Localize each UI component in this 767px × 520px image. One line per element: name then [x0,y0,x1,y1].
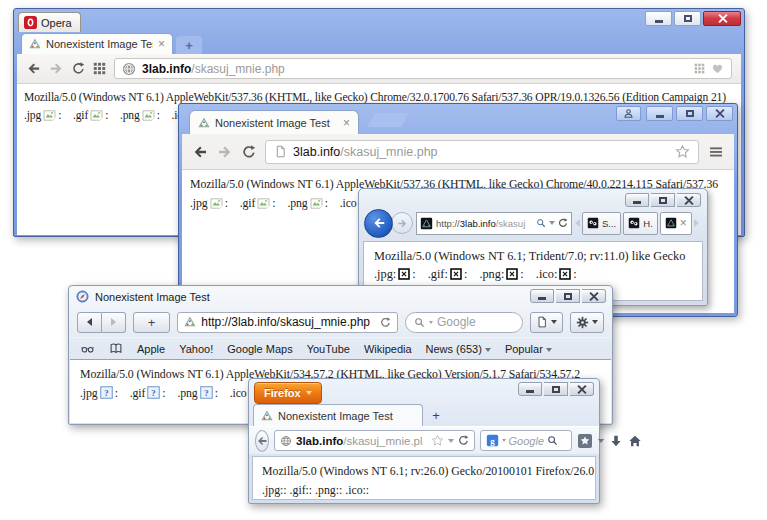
search-icon[interactable] [536,218,546,228]
tab-title: H. [643,218,653,229]
background-tab-1[interactable]: S... [582,212,621,235]
downloads-button[interactable] [609,434,623,448]
bookmark-star-icon[interactable] [675,144,690,159]
address-dropdown-caret-icon[interactable] [549,221,555,225]
bookmark-popular-folder[interactable]: Popular [505,343,552,355]
close-button[interactable] [677,193,701,207]
new-tab-button[interactable]: + [423,406,449,426]
reading-list-glasses-icon[interactable] [80,342,95,355]
home-button[interactable] [628,434,642,448]
firefox-toolbar: 3lab.info/skasuj_mnie.pl Google [249,426,599,454]
search-engine-caret-icon[interactable] [502,439,506,442]
forward-button[interactable] [391,212,413,234]
minimize-button[interactable] [530,289,554,303]
forward-button[interactable] [49,61,64,76]
back-button[interactable] [77,312,102,333]
refresh-icon[interactable] [558,218,568,228]
reload-button[interactable] [72,62,85,75]
opera-menu-button[interactable]: Opera [18,12,81,32]
maximize-button[interactable] [544,382,568,396]
maximize-button[interactable] [556,289,580,303]
safari-compass-icon [76,290,89,303]
new-tab-button[interactable] [367,113,408,127]
extensions-grid-icon[interactable] [694,63,705,74]
address-bar[interactable]: 3lab.info/skasuj_mnie.pl [274,430,475,451]
address-bar[interactable]: 3lab.info/skasuj_mnie.php [265,140,699,164]
settings-button[interactable] [570,312,604,333]
tab-title: S... [602,218,616,229]
firefox-tabstrip: Nonexistent Image Test + [249,403,599,426]
caret-down-icon [306,391,312,395]
firefox-page-content: Mozilla/5.0 (Windows NT 6.1; rv:26.0) Ge… [252,456,596,500]
tab-nonexistent-image-test[interactable]: Nonexistent Image Test × [189,110,359,134]
menu-button[interactable] [708,144,724,160]
tab-close-button[interactable]: × [158,38,165,50]
bookmark-wikipedia[interactable]: Wikipedia [364,343,412,355]
address-bar[interactable]: 3lab.info/skasuj_mnie.php [114,58,732,79]
back-button[interactable] [364,209,393,238]
forward-button[interactable] [217,144,233,160]
reload-icon[interactable] [380,317,391,328]
address-bar[interactable]: http://3lab.info/skasuj [416,212,572,235]
tab-scroll-left-icon[interactable] [575,219,580,227]
bookmark-apple[interactable]: Apple [137,343,165,355]
close-button[interactable] [706,106,733,121]
bookmark-yahoo[interactable]: Yahoo! [179,343,213,355]
history-dropdown-caret-icon[interactable] [448,439,454,443]
tab-close-button[interactable]: × [680,217,687,229]
broken-image-icon [200,386,213,399]
profile-button[interactable] [616,106,641,121]
minimize-button[interactable] [646,106,673,121]
bookmark-youtube[interactable]: YouTube [307,343,350,355]
firefox-menu-button[interactable]: Firefox [254,382,322,404]
new-tab-button[interactable]: + [176,36,202,54]
tab-title: Nonexistent Image Test [278,410,415,422]
search-field[interactable]: Google [480,430,572,451]
tab-nonexistent-image-test[interactable]: Nonexistent Image Test × [21,33,173,54]
close-button[interactable] [582,289,606,303]
speed-dial-button[interactable] [93,62,106,75]
bookmarks-caret-icon[interactable] [598,439,604,443]
address-bar[interactable]: http://3lab.info/skasuj_mnie.php [177,312,398,333]
tab-favicon-icon [628,217,640,229]
close-button[interactable] [570,382,594,396]
tab-scroll-right-icon[interactable] [694,219,699,227]
broken-image-icon [147,386,160,399]
opera-toolbar: 3lab.info/skasuj_mnie.php [17,54,741,84]
minimize-button[interactable] [518,382,542,396]
back-button[interactable] [192,144,208,160]
bookmarks-book-icon[interactable] [109,342,123,355]
back-button[interactable] [26,61,41,76]
show-bookmarks-button[interactable] [577,433,593,449]
bookmark-news-folder[interactable]: News (653) [426,343,491,355]
close-button[interactable] [703,11,741,26]
tab-close-button[interactable]: × [343,117,350,129]
broken-images-line: .jpg:: .gif:: .png:: .ico:: [374,265,692,283]
back-button[interactable] [255,430,269,452]
bookmark-star-icon[interactable] [431,434,444,447]
maximize-button[interactable] [651,193,675,207]
user-agent-text: Mozilla/5.0 (Windows NT 6.1; rv:26.0) Ge… [262,462,586,481]
background-tab-2[interactable]: H. [623,212,658,235]
firefox-window: Firefox Nonexistent Image Test + 3lab.i [248,378,600,504]
tab-nonexistent-image-test[interactable]: Nonexistent Image Test [253,404,423,426]
maximize-button[interactable] [674,11,701,26]
forward-button[interactable] [102,312,126,333]
active-tab[interactable]: × [660,212,692,235]
share-page-button[interactable] [530,312,563,333]
url-text: http://3lab.info/skasuj [436,218,525,229]
bookmark-heart-icon[interactable] [711,62,724,75]
maximize-button[interactable] [676,106,703,121]
minimize-button[interactable] [625,193,649,207]
reload-button[interactable] [242,145,256,159]
minimize-icon [655,20,663,23]
new-tab-button[interactable]: + [133,312,170,333]
maximize-icon [686,110,694,117]
back-arrow-icon [372,216,386,230]
search-engine-caret-icon[interactable] [429,321,433,324]
bookmark-google-maps[interactable]: Google Maps [227,343,292,355]
reload-icon[interactable] [458,435,469,446]
search-icon[interactable] [547,435,558,446]
search-field[interactable]: Google [405,312,523,333]
minimize-button[interactable] [645,11,672,26]
